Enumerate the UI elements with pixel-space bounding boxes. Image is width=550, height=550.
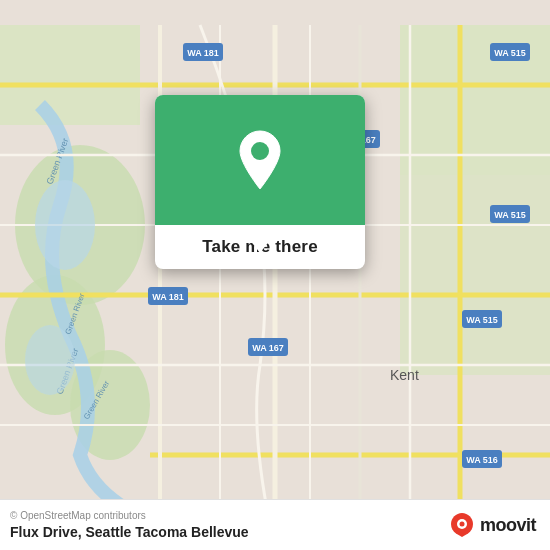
svg-text:WA 181: WA 181 (152, 292, 184, 302)
svg-text:WA 515: WA 515 (494, 48, 526, 58)
bottom-left-info: © OpenStreetMap contributors Flux Drive,… (10, 510, 249, 540)
popup-triangle (246, 235, 274, 253)
svg-text:WA 515: WA 515 (494, 210, 526, 220)
svg-text:WA 515: WA 515 (466, 315, 498, 325)
map-background: Green River Green River WA 181 (0, 0, 550, 550)
location-name: Flux Drive, Seattle Tacoma Bellevue (10, 524, 249, 540)
svg-point-43 (25, 325, 75, 395)
svg-text:WA 516: WA 516 (466, 455, 498, 465)
location-pin-icon (234, 129, 286, 191)
moovit-logo: moovit (448, 511, 536, 539)
popup-image-section (155, 95, 365, 225)
svg-rect-4 (0, 25, 140, 125)
svg-text:WA 167: WA 167 (252, 343, 284, 353)
map-container: Green River Green River WA 181 (0, 0, 550, 550)
svg-point-42 (35, 180, 95, 270)
svg-rect-6 (400, 175, 550, 375)
moovit-brand-name: moovit (480, 515, 536, 536)
moovit-icon (448, 511, 476, 539)
bottom-bar: © OpenStreetMap contributors Flux Drive,… (0, 499, 550, 550)
svg-text:WA 181: WA 181 (187, 48, 219, 58)
svg-text:Kent: Kent (390, 367, 419, 383)
svg-point-44 (251, 142, 269, 160)
map-attribution: © OpenStreetMap contributors (10, 510, 249, 521)
svg-point-46 (459, 522, 464, 527)
